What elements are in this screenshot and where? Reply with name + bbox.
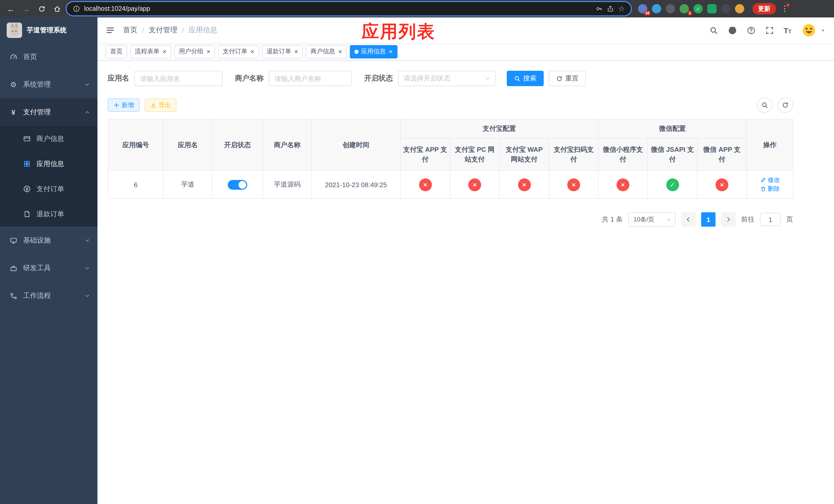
browser-forward-button[interactable]: →	[20, 2, 33, 15]
fullscreen-icon[interactable]	[765, 26, 774, 35]
extensions-area: 10 1 ✓	[638, 4, 744, 13]
extension-chat-icon[interactable]	[707, 4, 717, 13]
prev-page-button[interactable]	[681, 212, 696, 227]
extension-green-icon[interactable]: 1	[680, 4, 689, 13]
gear-icon: ⚙	[9, 81, 18, 89]
col-header-wechat-mini: 微信小程序支付	[598, 138, 648, 170]
close-tab-icon[interactable]: ×	[338, 48, 342, 55]
config-status-icon: ×	[419, 178, 432, 191]
refresh-table-button[interactable]	[777, 97, 793, 113]
search-icon[interactable]	[709, 26, 718, 35]
site-info-icon[interactable]	[73, 5, 80, 12]
page-number-button[interactable]: 1	[701, 212, 716, 227]
config-status-icon: ×	[468, 178, 481, 191]
sidebar-item-home[interactable]: 首页	[0, 43, 97, 71]
tab-pay-order[interactable]: 支付订单×	[218, 45, 259, 58]
cell-created: 2021-10-23 08:49:25	[312, 170, 400, 199]
sidebar-item-app-info[interactable]: 应用信息	[0, 151, 97, 176]
page-size-select[interactable]: 10条/页	[628, 212, 676, 227]
add-button[interactable]: 新增	[108, 98, 139, 112]
toolbar-right	[757, 97, 793, 113]
sidebar-collapse-icon[interactable]	[106, 26, 115, 35]
tab-label: 用户分组	[179, 47, 203, 56]
tab-user-group[interactable]: 用户分组×	[174, 45, 215, 58]
extension-puzzle-icon[interactable]: 10	[638, 4, 647, 13]
close-tab-icon[interactable]: ×	[294, 48, 298, 55]
edit-link[interactable]: 修改	[760, 176, 780, 184]
sidebar-item-refund-order[interactable]: 退款订单	[0, 202, 97, 227]
merchant-name-input[interactable]	[269, 71, 352, 86]
cell-wechat-mini: ×	[598, 170, 648, 199]
browser-back-button[interactable]: ←	[4, 2, 18, 15]
bookmark-star-icon[interactable]: ☆	[618, 5, 625, 12]
chevron-down-icon	[84, 293, 90, 299]
github-icon[interactable]	[728, 26, 737, 35]
browser-nav-buttons: ← →	[4, 2, 64, 15]
close-tab-icon[interactable]: ×	[389, 48, 393, 55]
sidebar-item-infrastructure[interactable]: 基础设施	[0, 227, 97, 254]
col-header-wechat-app: 微信 APP 支付	[697, 138, 747, 170]
next-page-button[interactable]	[721, 212, 736, 227]
app-name-input[interactable]	[134, 71, 223, 86]
update-dot	[786, 4, 789, 7]
delete-link[interactable]: 删除	[760, 185, 780, 193]
tab-merchant-info[interactable]: 商户信息×	[306, 45, 347, 58]
table-row: 6 芋道 芋道源码 2021-10-23 08:49:25 × × × ×	[108, 170, 793, 199]
breadcrumb-home[interactable]: 首页	[123, 26, 137, 35]
sidebar-item-merchant-info[interactable]: 商户信息	[0, 126, 97, 151]
close-tab-icon[interactable]: ×	[162, 48, 167, 55]
toggle-search-button[interactable]	[757, 97, 772, 113]
extension-check-icon[interactable]: ✓	[694, 4, 703, 13]
extension-face-icon[interactable]	[735, 4, 744, 13]
export-button[interactable]: 导出	[145, 98, 176, 112]
config-status-icon: ✓	[666, 178, 679, 191]
browser-home-button[interactable]	[50, 2, 64, 15]
col-header-actions: 操作	[747, 119, 793, 170]
extension-dark-icon[interactable]	[666, 4, 675, 13]
logo-avatar	[7, 23, 22, 38]
user-menu[interactable]	[801, 23, 826, 38]
chevron-down-icon	[84, 237, 90, 244]
tab-refund-order[interactable]: 退款订单×	[262, 45, 303, 58]
tab-process-form[interactable]: 流程表单×	[130, 45, 171, 58]
browser-reload-button[interactable]	[35, 2, 48, 15]
reset-button[interactable]: 重置	[549, 71, 586, 86]
goto-page-input[interactable]	[760, 213, 781, 226]
breadcrumb-separator: /	[182, 26, 184, 35]
tab-label: 商户信息	[311, 47, 335, 56]
extension-badge: 1	[688, 11, 692, 15]
sidebar-item-workflow[interactable]: 工作流程	[0, 282, 97, 310]
cell-alipay-pc: ×	[450, 170, 499, 199]
sidebar-item-label: 应用信息	[37, 159, 64, 168]
chevron-right-icon	[725, 216, 731, 223]
col-header-created: 创建时间	[312, 119, 400, 170]
sidebar-item-system[interactable]: ⚙ 系统管理	[0, 71, 97, 98]
search-button[interactable]: 搜索	[507, 71, 544, 86]
extension-pin-icon[interactable]	[721, 4, 730, 13]
app-logo: 芋道管理系统	[0, 18, 97, 43]
sidebar-item-dev-tools[interactable]: 研发工具	[0, 254, 97, 282]
sidebar-item-payment[interactable]: ¥ 支付管理	[0, 98, 97, 126]
cell-alipay-app: ×	[400, 170, 450, 199]
close-tab-icon[interactable]: ×	[250, 48, 254, 55]
breadcrumb-payment[interactable]: 支付管理	[149, 26, 177, 35]
password-key-icon[interactable]	[596, 5, 603, 12]
status-select[interactable]: 请选择开启状态	[398, 71, 496, 86]
help-icon[interactable]	[747, 26, 755, 35]
cell-wechat-app: ×	[697, 170, 747, 199]
chevron-down-icon	[84, 265, 90, 271]
address-bar[interactable]: localhost:1024/pay/app ☆	[67, 2, 631, 15]
extension-drop-icon[interactable]	[652, 4, 661, 13]
font-size-icon[interactable]: TT	[784, 26, 791, 35]
browser-update-button[interactable]: 更新	[752, 3, 776, 14]
tab-home[interactable]: 首页	[106, 45, 127, 58]
table-toolbar: 新增 导出	[108, 97, 793, 113]
browser-menu-icon[interactable]: ⋮	[780, 4, 789, 13]
share-icon[interactable]	[607, 5, 614, 12]
apps-table: 应用编号 应用名 开启状态 商户名称 创建时间 支付宝配置 微信配置 操作	[108, 119, 793, 199]
tab-app-info[interactable]: 应用信息×	[350, 45, 397, 58]
sidebar-item-pay-order[interactable]: 支付订单	[0, 176, 97, 202]
status-toggle[interactable]	[228, 180, 247, 189]
close-tab-icon[interactable]: ×	[206, 48, 210, 55]
col-header-app-name: 应用名	[163, 119, 212, 170]
